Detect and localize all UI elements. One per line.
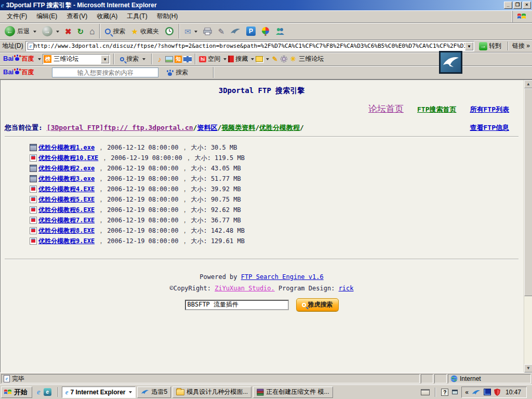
menu-view[interactable]: 查看(V) (62, 10, 92, 22)
baidu-search-dropdown-icon[interactable] (142, 58, 145, 62)
scroll-up-button[interactable]: ▲ (524, 80, 532, 88)
settings-gear-icon[interactable] (281, 56, 287, 62)
popup-blocker-dropdown-icon[interactable] (266, 58, 269, 62)
forum-home-link[interactable]: 论坛首页 (368, 103, 404, 115)
address-dropdown-button[interactable]: ▼ (465, 42, 473, 50)
breadcrumb-root-link[interactable]: [3Dportal FTP]ftp:// ftp.3dportal.cn (47, 124, 193, 131)
browser-quick-launch-icon[interactable]: e (44, 388, 51, 396)
baidu-combo-dropdown-button[interactable]: ▼ (101, 55, 109, 63)
engine-link[interactable]: FTP Search Engine v1.6 (241, 273, 324, 281)
close-button[interactable]: × (523, 2, 531, 9)
mail-button[interactable]: ✉ (182, 24, 201, 38)
vertical-scrollbar[interactable]: ▲ ▼ (524, 80, 532, 373)
keyboard-language-icon[interactable] (421, 389, 430, 395)
baidu-knows-icon[interactable]: 知 (175, 56, 182, 63)
thunder-tray-icon[interactable] (472, 389, 481, 395)
task-button-thunder[interactable]: 迅雷5 (137, 387, 171, 398)
baidu-search-button[interactable]: 搜索 (117, 52, 148, 66)
baidu-collect-dropdown-icon[interactable] (251, 58, 254, 62)
baidu-logo[interactable]: Bai 百度 (2, 55, 35, 63)
scroll-down-button[interactable]: ▼ (524, 364, 532, 373)
mail-dropdown-icon[interactable] (194, 31, 197, 34)
file-row: 优胜分模教程10.EXE ， 2006-12-19 08:00:00 ， 大小:… (30, 153, 518, 163)
file-link[interactable]: 优胜分模教程10.EXE (38, 154, 98, 163)
popup-blocker-icon[interactable] (256, 56, 263, 62)
edit-button[interactable]: ✎ (215, 24, 227, 38)
home-button[interactable]: ⌂ (87, 24, 97, 38)
go-button[interactable]: → 转到 (476, 41, 504, 51)
forward-button[interactable]: → (39, 24, 62, 38)
scrollbar-thumb[interactable] (524, 88, 532, 296)
task-button-winrar[interactable]: 正在创建压缩文件 模... (253, 387, 332, 398)
flashget-button[interactable] (228, 24, 243, 38)
taskbar-clock[interactable]: 10:47 (503, 389, 523, 396)
task-button-ie-group[interactable]: e 7 Internet Explorer (62, 387, 136, 398)
baidu-mp3-icon[interactable]: ♪ (155, 56, 164, 63)
ie-quick-launch-icon[interactable]: e (37, 388, 41, 396)
security-shield-icon[interactable] (494, 389, 500, 396)
site-bookmark-icon[interactable]: ✳ (289, 56, 297, 63)
view-ftp-info-link[interactable]: 查看FTP信息 (470, 123, 518, 132)
baidu-search-submit-button[interactable]: 搜索 (164, 65, 191, 80)
breadcrumb-link-1[interactable]: 资料区 (197, 123, 217, 132)
file-link[interactable]: 优胜分模教程8.EXE (38, 227, 95, 235)
file-link[interactable]: 优胜分模教程4.EXE (38, 185, 95, 194)
messenger-button[interactable] (273, 24, 287, 38)
history-button[interactable] (162, 24, 177, 38)
baidu-search-combo[interactable]: 榜 三维论坛 ▼ (43, 54, 110, 64)
back-button[interactable]: ← 后退 (2, 24, 39, 38)
start-button[interactable]: 开始 (1, 387, 32, 398)
file-link[interactable]: 优胜分模教程5.EXE (38, 195, 95, 204)
menu-help[interactable]: 帮助(H) (152, 10, 183, 22)
print-button[interactable] (201, 24, 215, 38)
file-link[interactable]: 优胜分模教程9.EXE (38, 237, 95, 246)
baidu-site-link[interactable]: 三维论坛 (299, 55, 324, 63)
file-link[interactable]: 优胜分模教程1.exe (38, 143, 95, 152)
blog-tray-icon[interactable] (484, 389, 491, 395)
refresh-button[interactable]: ↻ (75, 24, 87, 38)
file-link[interactable]: 优胜分模教程3.exe (38, 175, 95, 183)
footer-search-input[interactable] (185, 300, 289, 310)
menu-file[interactable]: 文件(F) (2, 10, 32, 22)
baidu-space-dropdown-icon[interactable] (223, 58, 227, 62)
tray-collapse-chevron-icon[interactable]: « (465, 389, 469, 396)
ftp-search-home-link[interactable]: FTP搜索首页 (417, 105, 456, 114)
baidu-search-input[interactable] (52, 68, 158, 77)
breadcrumb-link-2[interactable]: 视频类资料 (221, 123, 255, 132)
file-link[interactable]: 优胜分模教程6.EXE (38, 206, 95, 215)
task-button-folder[interactable]: 模具设计几种分模面... (172, 387, 251, 398)
baidu-bookmark-icon[interactable] (228, 56, 234, 62)
baidu-space-button[interactable]: 空间 (208, 55, 220, 63)
highlight-icon[interactable]: ✎ (271, 56, 279, 63)
favorites-button[interactable]: ★ 收藏夹 (128, 24, 161, 38)
baidu-hi-icon[interactable]: hi (199, 56, 206, 62)
restore-button[interactable]: ❒ (513, 2, 522, 9)
baidu-collect-button[interactable]: 搜藏 (235, 55, 248, 63)
address-input[interactable] (34, 43, 465, 49)
all-ftp-list-link[interactable]: 所有FTP列表 (470, 105, 509, 114)
breadcrumb-link-3[interactable]: 优胜分模教程 (259, 123, 300, 132)
language-bar-minimize-icon[interactable] (452, 390, 458, 394)
yahoo-search-button[interactable]: 雅虎搜索 (296, 298, 339, 311)
search-button[interactable]: 搜索 (102, 24, 128, 38)
thunder-floating-icon[interactable] (439, 51, 462, 74)
forward-dropdown-icon[interactable] (56, 31, 59, 34)
menu-tools[interactable]: 工具(T) (122, 10, 152, 22)
stop-button[interactable]: ✖ (62, 24, 74, 38)
baidu-image-icon[interactable] (165, 56, 173, 62)
studio-link[interactable]: ZiYuXuan Studio. (215, 285, 275, 292)
links-button[interactable]: 链接 » (512, 42, 530, 50)
minimize-button[interactable]: _ (504, 2, 512, 9)
baidu-logo-2[interactable]: Bai 百度 (2, 68, 35, 77)
menu-favorites[interactable]: 收藏(A) (92, 10, 122, 22)
designer-link[interactable]: rick (339, 285, 354, 292)
file-link[interactable]: 优胜分模教程7.EXE (38, 216, 95, 225)
baidu-logo-dropdown-icon[interactable] (38, 58, 41, 62)
back-dropdown-icon[interactable] (33, 31, 36, 34)
baidu-video-icon[interactable] (183, 56, 192, 62)
ime-help-icon[interactable]: ? (441, 389, 448, 396)
balloon-button[interactable] (259, 24, 272, 38)
poco-button[interactable]: P (244, 24, 258, 38)
file-link[interactable]: 优胜分模教程2.exe (38, 164, 95, 173)
menu-edit[interactable]: 编辑(E) (32, 10, 62, 22)
